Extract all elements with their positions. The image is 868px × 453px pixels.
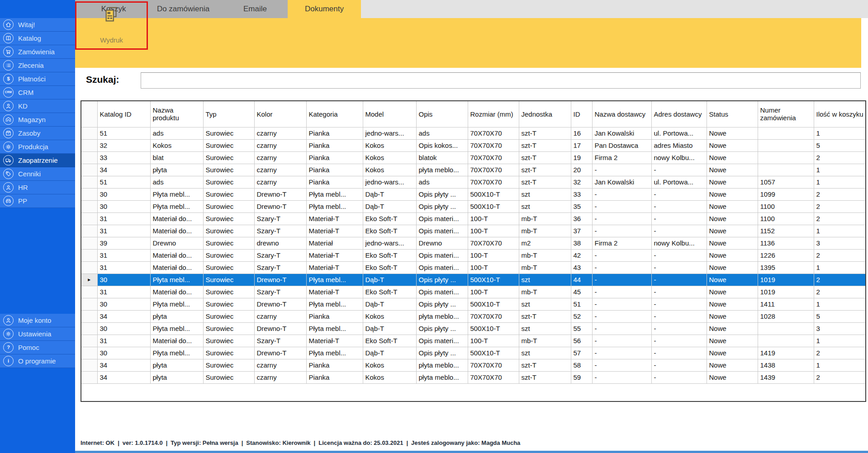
- column-header-katalog-id[interactable]: Katalog ID: [97, 101, 150, 127]
- sidebar-item-ustawienia[interactable]: Ustawienia: [0, 327, 75, 341]
- table-cell: Materiał do...: [150, 225, 203, 237]
- table-cell: Surowiec: [203, 335, 254, 347]
- table-row[interactable]: 39DrewnoSurowiecdrewnoMateriałjedno-wars…: [81, 237, 866, 249]
- sidebar-item-kd[interactable]: KD: [0, 99, 75, 113]
- sidebar-item-witaj[interactable]: Witaj!: [0, 18, 75, 32]
- sidebar-item-o-programie[interactable]: iO programie: [0, 354, 75, 368]
- table-row[interactable]: 32KokosSurowiecczarnyPiankaKokosOpis kok…: [81, 139, 866, 151]
- table-cell: Pianka: [306, 359, 363, 371]
- column-header-status[interactable]: Status: [707, 101, 758, 127]
- table-cell: Opis płyty ...: [416, 188, 468, 200]
- column-header-nazwa-dostawcy[interactable]: Nazwa dostawcy: [592, 101, 651, 127]
- sidebar-item-produkcja[interactable]: Produkcja: [0, 140, 75, 154]
- table-cell: -: [651, 261, 707, 274]
- sidebar-item-zaopatrzenie[interactable]: Zaopatrzenie: [0, 154, 75, 167]
- table-row[interactable]: 34płytaSurowiecczarnyPiankaKokospłyta me…: [81, 371, 866, 383]
- table-cell: 51: [97, 176, 150, 188]
- table-cell: 32: [571, 176, 592, 188]
- table-row[interactable]: 30Płyta mebl...SurowiecDrewno-TPłyta meb…: [81, 298, 866, 310]
- sidebar-item-magazyn[interactable]: Magazyn: [0, 113, 75, 127]
- table-cell: 3: [814, 322, 866, 335]
- sidebar-item-hr[interactable]: HR: [0, 181, 75, 194]
- table-row[interactable]: 31Materiał do...SurowiecSzary-TMateriał-…: [81, 335, 866, 347]
- tab-dokumenty[interactable]: Dokumenty: [288, 0, 361, 18]
- table-row[interactable]: 34płytaSurowiecczarnyPiankaKokospłyta me…: [81, 359, 866, 371]
- sidebar-item-cenniki[interactable]: Cenniki: [0, 167, 75, 181]
- column-header-id[interactable]: ID: [571, 101, 592, 127]
- table-cell: 34: [97, 359, 150, 371]
- table-cell: 2: [814, 188, 866, 200]
- sidebar-item-label: CRM: [18, 89, 33, 96]
- sidebar-item-pomoc[interactable]: ?Pomoc: [0, 341, 75, 354]
- row-indicator-cell: [81, 335, 97, 347]
- person-icon: [3, 315, 14, 326]
- sidebar-item-moje-konto[interactable]: Moje konto: [0, 314, 75, 327]
- table-cell: 1: [814, 176, 866, 188]
- table-row[interactable]: 31Materiał do...SurowiecSzary-TMateriał-…: [81, 261, 866, 274]
- table-cell: -: [651, 310, 707, 322]
- table-row[interactable]: 30Płyta mebl...SurowiecDrewno-TPłyta meb…: [81, 347, 866, 359]
- column-header-adres-dostawcy[interactable]: Adres dostawcy: [651, 101, 707, 127]
- column-header-jednostka[interactable]: Jednostka: [519, 101, 571, 127]
- table-cell: -: [592, 335, 651, 347]
- table-cell: 70X70X70: [468, 310, 519, 322]
- table-row[interactable]: 30Płyta mebl...SurowiecDrewno-TPłyta meb…: [81, 322, 866, 335]
- table-cell: 100-T: [468, 225, 519, 237]
- column-header-kategoria[interactable]: Kategoria: [306, 101, 363, 127]
- column-header-typ[interactable]: Typ: [203, 101, 254, 127]
- sidebar-item-label: Witaj!: [18, 21, 35, 28]
- table-cell: Nowe: [707, 188, 758, 200]
- table-cell: mb-T: [519, 335, 571, 347]
- table-row-selected[interactable]: ►30Płyta mebl...SurowiecDrewno-TPłyta me…: [81, 274, 866, 286]
- products-table: Katalog IDNazwa produktuTypKolorKategori…: [81, 101, 866, 384]
- table-row[interactable]: 34płytaSurowiecczarnyPiankaKokospłyta me…: [81, 164, 866, 176]
- table-row[interactable]: 30Płyta mebl...SurowiecDrewno-TPłyta meb…: [81, 188, 866, 200]
- table-row[interactable]: 34płytaSurowiecczarnyPiankaKokospłyta me…: [81, 310, 866, 322]
- sidebar-item-zamówienia[interactable]: Zamówienia: [0, 45, 75, 59]
- table-row[interactable]: 51adsSurowiecczarnyPiankajedno-wars...ad…: [81, 176, 866, 188]
- sidebar-item-pp[interactable]: PP: [0, 194, 75, 208]
- table-cell: 2: [814, 151, 866, 164]
- column-header-rozmiar-mm[interactable]: Rozmiar (mm): [468, 101, 519, 127]
- table-cell: 2: [814, 371, 866, 383]
- column-header-opis[interactable]: Opis: [416, 101, 468, 127]
- sidebar-item-katalog[interactable]: Katalog: [0, 32, 75, 45]
- sidebar-item-zasoby[interactable]: Zasoby: [0, 127, 75, 140]
- table-cell: płyta meblo...: [416, 310, 468, 322]
- table-row[interactable]: 30Płyta mebl...SurowiecDrewno-TPłyta meb…: [81, 200, 866, 212]
- table-cell: 19: [571, 151, 592, 164]
- table-cell: Surowiec: [203, 151, 254, 164]
- table-cell: -: [651, 322, 707, 335]
- tab-do-zamówienia[interactable]: Do zamówienia: [144, 0, 223, 18]
- table-cell: Firma 2: [592, 151, 651, 164]
- column-header-kolor[interactable]: Kolor: [254, 101, 306, 127]
- search-input[interactable]: [141, 72, 861, 89]
- table-cell: Nowe: [707, 139, 758, 151]
- table-header-row: Katalog IDNazwa produktuTypKolorKategori…: [81, 101, 866, 127]
- table-cell: 1419: [758, 347, 814, 359]
- table-cell: 1100: [758, 212, 814, 225]
- search-label: Szukaj:: [86, 74, 119, 85]
- sidebar-item-zlecenia[interactable]: Zlecenia: [0, 59, 75, 72]
- table-row[interactable]: 31Materiał do...SurowiecSzary-TMateriał-…: [81, 225, 866, 237]
- wydruk-button[interactable]: Wydruk: [100, 6, 123, 44]
- sidebar-item-płatności[interactable]: $Płatności: [0, 72, 75, 86]
- table-cell: szt: [519, 274, 571, 286]
- table-cell: Surowiec: [203, 371, 254, 383]
- table-cell: -: [592, 371, 651, 383]
- column-header-model[interactable]: Model: [363, 101, 416, 127]
- status-separator: |: [403, 439, 411, 446]
- tab-emaile[interactable]: Emaile: [223, 0, 288, 18]
- table-row[interactable]: 33blatSurowiecczarnyPiankaKokosblatok70X…: [81, 151, 866, 164]
- column-header-nazwa-produktu[interactable]: Nazwa produktu: [150, 101, 203, 127]
- table-cell: Kokos: [150, 139, 203, 151]
- table-row[interactable]: 51adsSurowiecczarnyPiankajedno-wars...ad…: [81, 127, 866, 139]
- table-row[interactable]: 31Materiał do...SurowiecSzary-TMateriał-…: [81, 286, 866, 298]
- table-row[interactable]: 31Materiał do...SurowiecSzary-TMateriał-…: [81, 212, 866, 225]
- table-row[interactable]: 31Materiał do...SurowiecSzary-TMateriał-…: [81, 249, 866, 261]
- column-header-numer-zamówienia[interactable]: Numer zamówienia: [758, 101, 814, 127]
- table-cell: szt: [519, 347, 571, 359]
- table-cell: Szary-T: [254, 261, 306, 274]
- sidebar-item-crm[interactable]: CRMCRM: [0, 86, 75, 99]
- column-header-ilość-w-koszyku[interactable]: Ilość w koszyku: [814, 101, 866, 127]
